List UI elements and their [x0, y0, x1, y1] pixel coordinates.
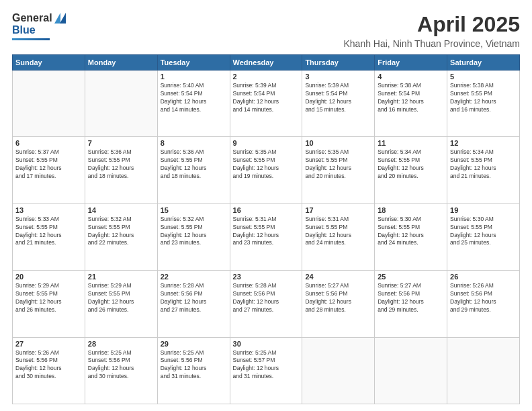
day-info: Sunrise: 5:28 AMSunset: 5:56 PMDaylight:…	[233, 282, 300, 314]
day-info: Sunrise: 5:32 AMSunset: 5:55 PMDaylight:…	[161, 216, 227, 248]
day-number: 22	[161, 273, 227, 281]
table-row: 22Sunrise: 5:28 AMSunset: 5:56 PMDayligh…	[157, 271, 230, 337]
day-info: Sunrise: 5:25 AMSunset: 5:56 PMDaylight:…	[88, 349, 154, 381]
day-number: 24	[305, 273, 371, 281]
day-info: Sunrise: 5:30 AMSunset: 5:55 PMDaylight:…	[450, 216, 517, 248]
day-info: Sunrise: 5:36 AMSunset: 5:55 PMDaylight:…	[161, 148, 227, 181]
header-sunday: Sunday	[13, 55, 85, 71]
table-row: 5Sunrise: 5:38 AMSunset: 5:55 PMDaylight…	[447, 71, 520, 137]
day-number: 25	[378, 273, 444, 281]
table-row: 23Sunrise: 5:28 AMSunset: 5:56 PMDayligh…	[230, 271, 302, 337]
day-number: 3	[305, 73, 371, 81]
table-row	[447, 337, 520, 404]
table-row: 14Sunrise: 5:32 AMSunset: 5:55 PMDayligh…	[85, 203, 157, 270]
calendar-week-3: 13Sunrise: 5:33 AMSunset: 5:55 PMDayligh…	[13, 203, 520, 270]
day-number: 1	[161, 73, 227, 81]
day-info: Sunrise: 5:31 AMSunset: 5:55 PMDaylight:…	[233, 216, 300, 248]
day-number: 18	[378, 206, 444, 214]
table-row: 27Sunrise: 5:26 AMSunset: 5:56 PMDayligh…	[13, 337, 85, 404]
day-number: 10	[305, 139, 371, 147]
day-number: 12	[450, 139, 517, 147]
day-number: 27	[15, 340, 82, 348]
table-row: 19Sunrise: 5:30 AMSunset: 5:55 PMDayligh…	[447, 203, 520, 270]
table-row: 7Sunrise: 5:36 AMSunset: 5:55 PMDaylight…	[85, 137, 157, 203]
calendar-week-4: 20Sunrise: 5:29 AMSunset: 5:55 PMDayligh…	[13, 271, 520, 337]
day-info: Sunrise: 5:39 AMSunset: 5:54 PMDaylight:…	[233, 82, 300, 114]
day-info: Sunrise: 5:25 AMSunset: 5:56 PMDaylight:…	[161, 349, 227, 381]
day-number: 14	[88, 206, 154, 214]
day-number: 28	[88, 340, 154, 348]
table-row: 13Sunrise: 5:33 AMSunset: 5:55 PMDayligh…	[13, 203, 85, 270]
table-row: 9Sunrise: 5:35 AMSunset: 5:55 PMDaylight…	[230, 137, 302, 203]
calendar-title: April 2025	[343, 12, 520, 37]
table-row: 29Sunrise: 5:25 AMSunset: 5:56 PMDayligh…	[157, 337, 230, 404]
logo-content: General Blue	[12, 12, 66, 40]
day-number: 19	[450, 206, 517, 214]
calendar-table: Sunday Monday Tuesday Wednesday Thursday…	[12, 54, 520, 404]
day-info: Sunrise: 5:35 AMSunset: 5:55 PMDaylight:…	[233, 148, 300, 181]
day-number: 4	[378, 73, 444, 81]
day-info: Sunrise: 5:25 AMSunset: 5:57 PMDaylight:…	[233, 349, 300, 381]
header-wednesday: Wednesday	[230, 55, 302, 71]
table-row: 1Sunrise: 5:40 AMSunset: 5:54 PMDaylight…	[157, 71, 230, 137]
calendar-week-5: 27Sunrise: 5:26 AMSunset: 5:56 PMDayligh…	[13, 337, 520, 404]
table-row: 16Sunrise: 5:31 AMSunset: 5:55 PMDayligh…	[230, 203, 302, 270]
table-row: 6Sunrise: 5:37 AMSunset: 5:55 PMDaylight…	[13, 137, 85, 203]
logo-general: General	[12, 12, 52, 24]
table-row: 18Sunrise: 5:30 AMSunset: 5:55 PMDayligh…	[375, 203, 447, 270]
day-number: 17	[305, 206, 371, 214]
header: General Blue April 2025 Khanh Hai, Ninh …	[12, 12, 520, 49]
title-block: April 2025 Khanh Hai, Ninh Thuan Provinc…	[343, 12, 520, 49]
table-row: 28Sunrise: 5:25 AMSunset: 5:56 PMDayligh…	[85, 337, 157, 404]
header-monday: Monday	[85, 55, 157, 71]
day-info: Sunrise: 5:26 AMSunset: 5:56 PMDaylight:…	[450, 282, 517, 314]
calendar-week-2: 6Sunrise: 5:37 AMSunset: 5:55 PMDaylight…	[13, 137, 520, 203]
table-row: 20Sunrise: 5:29 AMSunset: 5:55 PMDayligh…	[13, 271, 85, 337]
table-row	[13, 71, 85, 137]
table-row	[375, 337, 447, 404]
day-info: Sunrise: 5:27 AMSunset: 5:56 PMDaylight:…	[378, 282, 444, 314]
table-row: 10Sunrise: 5:35 AMSunset: 5:55 PMDayligh…	[302, 137, 375, 203]
logo: General Blue	[12, 12, 66, 40]
table-row: 8Sunrise: 5:36 AMSunset: 5:55 PMDaylight…	[157, 137, 230, 203]
day-number: 13	[15, 206, 82, 214]
logo-blue-row: Blue	[12, 24, 66, 36]
day-number: 2	[233, 73, 300, 81]
day-info: Sunrise: 5:36 AMSunset: 5:55 PMDaylight:…	[88, 148, 154, 181]
calendar-header-row: Sunday Monday Tuesday Wednesday Thursday…	[13, 55, 520, 71]
day-info: Sunrise: 5:38 AMSunset: 5:54 PMDaylight:…	[378, 82, 444, 114]
day-info: Sunrise: 5:34 AMSunset: 5:55 PMDaylight:…	[450, 148, 517, 181]
day-info: Sunrise: 5:39 AMSunset: 5:54 PMDaylight:…	[305, 82, 371, 114]
calendar-subtitle: Khanh Hai, Ninh Thuan Province, Vietnam	[343, 38, 520, 49]
header-tuesday: Tuesday	[157, 55, 230, 71]
day-number: 30	[233, 340, 300, 348]
table-row	[85, 71, 157, 137]
table-row: 26Sunrise: 5:26 AMSunset: 5:56 PMDayligh…	[447, 271, 520, 337]
table-row: 25Sunrise: 5:27 AMSunset: 5:56 PMDayligh…	[375, 271, 447, 337]
day-number: 23	[233, 273, 300, 281]
day-number: 21	[88, 273, 154, 281]
table-row: 17Sunrise: 5:31 AMSunset: 5:55 PMDayligh…	[302, 203, 375, 270]
page: General Blue April 2025 Khanh Hai, Ninh …	[0, 0, 532, 411]
logo-row: General	[12, 12, 66, 24]
table-row: 4Sunrise: 5:38 AMSunset: 5:54 PMDaylight…	[375, 71, 447, 137]
header-friday: Friday	[375, 55, 447, 71]
calendar-week-1: 1Sunrise: 5:40 AMSunset: 5:54 PMDaylight…	[13, 71, 520, 137]
table-row: 30Sunrise: 5:25 AMSunset: 5:57 PMDayligh…	[230, 337, 302, 404]
table-row: 11Sunrise: 5:34 AMSunset: 5:55 PMDayligh…	[375, 137, 447, 203]
day-number: 15	[161, 206, 227, 214]
day-number: 20	[15, 273, 82, 281]
day-number: 6	[15, 139, 82, 147]
day-info: Sunrise: 5:31 AMSunset: 5:55 PMDaylight:…	[305, 216, 371, 248]
day-number: 8	[161, 139, 227, 147]
day-info: Sunrise: 5:29 AMSunset: 5:55 PMDaylight:…	[88, 282, 154, 314]
day-number: 16	[233, 206, 300, 214]
day-info: Sunrise: 5:30 AMSunset: 5:55 PMDaylight:…	[378, 216, 444, 248]
day-number: 7	[88, 139, 154, 147]
day-info: Sunrise: 5:26 AMSunset: 5:56 PMDaylight:…	[15, 349, 82, 381]
day-info: Sunrise: 5:40 AMSunset: 5:54 PMDaylight:…	[161, 82, 227, 114]
table-row	[302, 337, 375, 404]
table-row: 15Sunrise: 5:32 AMSunset: 5:55 PMDayligh…	[157, 203, 230, 270]
logo-triangles	[54, 13, 66, 24]
logo-bar	[12, 38, 50, 40]
